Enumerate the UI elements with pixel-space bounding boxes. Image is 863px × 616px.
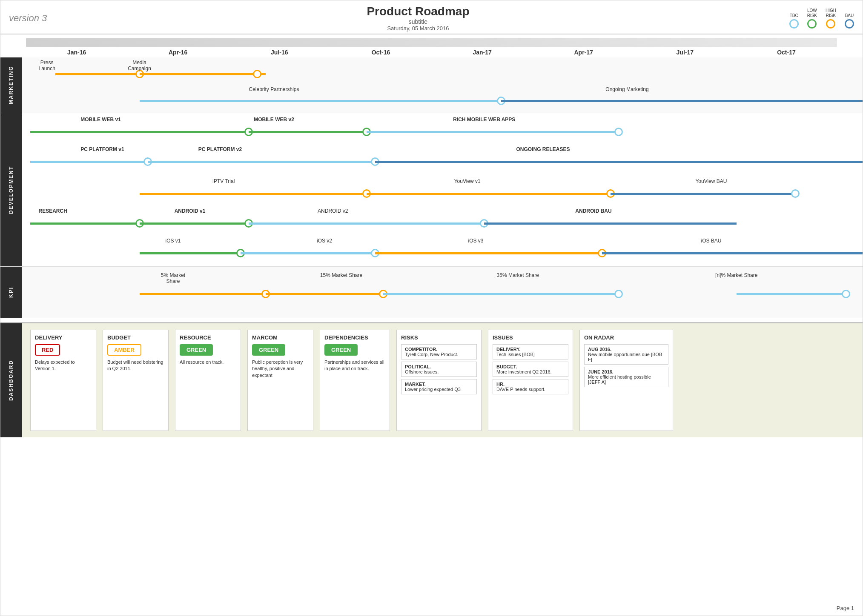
resource-badge: GREEN bbox=[180, 344, 213, 356]
kpi-35pct-label: 35% Market Share bbox=[497, 272, 539, 278]
blue-line-3c bbox=[611, 193, 796, 195]
iptv-label: IPTV Trial bbox=[212, 178, 235, 184]
delivery-text: Delays expected to Version 1. bbox=[35, 359, 92, 372]
lightblue-line-5b bbox=[241, 252, 375, 254]
header: version 3 Product Roadmap subtitle Satur… bbox=[0, 0, 863, 34]
timeline-apr17: Apr-17 bbox=[533, 49, 634, 56]
lightblue-line-2b bbox=[148, 161, 375, 163]
legend-bau: BAU bbox=[845, 13, 854, 29]
dependencies-title: DEPENDENCIES bbox=[324, 334, 385, 341]
mobile-web-v1-label: MOBILE WEB v1 bbox=[80, 117, 121, 123]
dashboard-section: DASHBOARD DELIVERY RED Delays expected t… bbox=[0, 322, 863, 437]
resource-title: RESOURCE bbox=[180, 334, 236, 341]
marcom-card: MARCOM GREEN Public perception is very h… bbox=[247, 330, 313, 431]
research-label: RESEARCH bbox=[39, 208, 67, 214]
bau-circle bbox=[845, 19, 854, 29]
dependencies-card: DEPENDENCIES GREEN Partnerships and serv… bbox=[320, 330, 390, 431]
issue-item-hr: HR. DAVE P needs support. bbox=[493, 379, 568, 394]
marcom-badge: GREEN bbox=[252, 344, 285, 356]
resource-card: RESOURCE GREEN All resource on track. bbox=[175, 330, 241, 431]
ongoing-marketing-label: Ongoing Marketing bbox=[605, 86, 648, 92]
green-line-1b bbox=[249, 131, 367, 133]
rich-mobile-label: RICH MOBILE WEB APPS bbox=[453, 117, 515, 123]
youview-v1-label: YouView v1 bbox=[454, 178, 481, 184]
kpi-section: KPI 5% MarketShare 15% Market Share 35% … bbox=[0, 267, 863, 318]
timeline-bar bbox=[26, 38, 837, 47]
blue-line-2c bbox=[375, 161, 863, 163]
pc-v1-label: PC PLATFORM v1 bbox=[80, 146, 124, 152]
blue-line-5d bbox=[602, 252, 863, 254]
kpi-npct-label: [n]% Market Share bbox=[715, 272, 757, 278]
lightblue-line-2a bbox=[30, 161, 148, 163]
dev-row1: MOBILE WEB v1 MOBILE WEB v2 RICH MOBILE … bbox=[22, 115, 863, 143]
orange-circle-1b bbox=[253, 70, 261, 78]
kpi-5pct-label: 5% MarketShare bbox=[161, 272, 185, 284]
android-bau-label: ANDROID BAU bbox=[575, 208, 611, 214]
timeline: Jan-16 Apr-16 Jul-16 Oct-16 Jan-17 Apr-1… bbox=[0, 34, 863, 57]
low-risk-circle bbox=[807, 19, 817, 29]
kpi-label: KPI bbox=[0, 267, 22, 318]
radar-item-june: JUNE 2016. More efficient hosting possib… bbox=[584, 367, 668, 387]
development-label: DEVELOPMENT bbox=[0, 113, 22, 266]
development-content: MOBILE WEB v1 MOBILE WEB v2 RICH MOBILE … bbox=[22, 113, 863, 266]
lightblue-circle-3c bbox=[791, 189, 800, 198]
page-title: Product Roadmap bbox=[367, 5, 469, 18]
page-footer: Page 1 bbox=[837, 605, 854, 611]
timeline-jan16: Jan-16 bbox=[26, 49, 127, 56]
legend-low-risk: LOWRISK bbox=[807, 8, 817, 29]
title-center: Product Roadmap subtitle Saturday, 05 Ma… bbox=[367, 5, 469, 31]
ios-v1-label: iOS v1 bbox=[165, 238, 181, 244]
lightblue-line-1c bbox=[367, 131, 619, 133]
risks-card: RISKS COMPETITOR. Tyrell Corp, New Produ… bbox=[396, 330, 482, 431]
lightblue-circle-1c bbox=[614, 128, 623, 136]
orange-kpi-line-1 bbox=[140, 293, 266, 295]
timeline-jul16: Jul-16 bbox=[229, 49, 330, 56]
issue-item-budget: BUDGET. More investment Q2 2016. bbox=[493, 362, 568, 377]
blue-line-4d bbox=[484, 222, 737, 225]
marcom-text: Public perception is very healthy, posit… bbox=[252, 359, 309, 379]
blue-line-marketing bbox=[501, 100, 863, 102]
budget-card: BUDGET AMBER Budget will need bolstering… bbox=[103, 330, 169, 431]
risks-title: RISKS bbox=[401, 334, 477, 341]
ongoing-releases-label: ONGOING RELEASES bbox=[516, 146, 570, 152]
issue-item-delivery: DELIVERY. Tech issues [BOB] bbox=[493, 344, 568, 359]
timeline-jul17: Jul-17 bbox=[634, 49, 736, 56]
orange-line-1b bbox=[140, 73, 266, 75]
budget-title: BUDGET bbox=[107, 334, 164, 341]
legend-tbc: TBC bbox=[789, 13, 799, 29]
celebrity-label: Celebrity Partnerships bbox=[249, 86, 299, 92]
tbc-circle bbox=[789, 19, 799, 29]
dev-row4: RESEARCH ANDROID v1 ANDROID v2 ANDROID B… bbox=[22, 207, 863, 234]
orange-line-1a bbox=[55, 73, 140, 75]
marketing-content: PressLaunch MediaCampaign Celebrity Part… bbox=[22, 57, 863, 113]
press-launch-label: PressLaunch bbox=[39, 60, 55, 71]
risk-item-political: POLITICAL. Offshore issues. bbox=[401, 362, 477, 377]
issues-card: ISSUES DELIVERY. Tech issues [BOB] BUDGE… bbox=[488, 330, 573, 431]
marcom-title: MARCOM bbox=[252, 334, 309, 341]
android-v2-label: ANDROID v2 bbox=[318, 208, 348, 214]
legend: TBC LOWRISK HIGHRISK BAU bbox=[789, 8, 854, 29]
dev-row3: IPTV Trial YouView v1 YouView BAU bbox=[22, 177, 863, 205]
kpi-row: 5% MarketShare 15% Market Share 35% Mark… bbox=[22, 271, 863, 314]
green-line-4b bbox=[140, 222, 249, 225]
risk-item-market: MARKET. Lower pricing expected Q3 bbox=[401, 379, 477, 394]
date: Saturday, 05 March 2016 bbox=[367, 25, 469, 31]
lightblue-line-4c bbox=[249, 222, 484, 225]
dashboard-content: DELIVERY RED Delays expected to Version … bbox=[22, 323, 863, 437]
page-number: Page 1 bbox=[837, 605, 854, 611]
budget-badge: AMBER bbox=[107, 344, 141, 356]
radar-item-aug: AUG 2016. New mobile opportunities due [… bbox=[584, 344, 668, 365]
timeline-apr16: Apr-16 bbox=[127, 49, 229, 56]
dashboard-label: DASHBOARD bbox=[0, 323, 22, 437]
budget-text: Budget will need bolstering in Q2 2011. bbox=[107, 359, 164, 372]
android-v1-label: ANDROID v1 bbox=[175, 208, 206, 214]
orange-line-3b bbox=[367, 193, 611, 195]
marketing-label: MARKETING bbox=[0, 57, 22, 113]
ios-bau-label: iOS BAU bbox=[701, 238, 721, 244]
issues-title: ISSUES bbox=[493, 334, 568, 341]
lightblue-kpi-line-3 bbox=[383, 293, 619, 295]
delivery-card: DELIVERY RED Delays expected to Version … bbox=[30, 330, 96, 431]
dev-row5: iOS v1 iOS v2 iOS v3 iOS BAU bbox=[22, 237, 863, 264]
green-line-1a bbox=[30, 131, 249, 133]
subtitle: subtitle bbox=[367, 18, 469, 25]
